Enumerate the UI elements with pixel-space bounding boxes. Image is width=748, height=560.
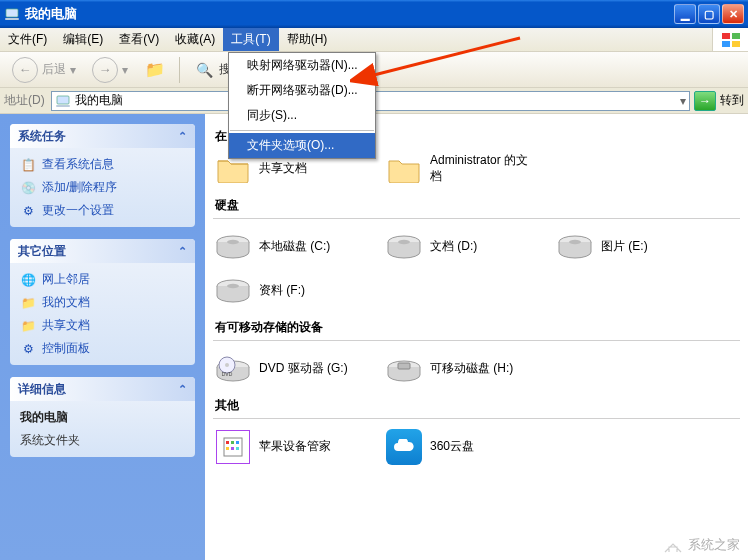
back-button[interactable]: ←后退▾ <box>6 55 82 85</box>
svg-rect-26 <box>231 441 234 444</box>
windows-logo <box>712 28 748 51</box>
dropdown-map-drive[interactable]: 映射网络驱动器(N)... <box>229 53 375 78</box>
hard-drive-icon <box>557 229 593 265</box>
svg-rect-23 <box>398 363 410 369</box>
collapse-icon: ⌃ <box>178 245 187 258</box>
folder-up-icon: 📁 <box>144 59 166 81</box>
watermark: 系统之家 <box>662 536 740 554</box>
computer-icon <box>55 93 71 109</box>
settings-icon: ⚙ <box>20 203 36 219</box>
drive-f[interactable]: 资料 (F:) <box>213 271 368 311</box>
menu-help[interactable]: 帮助(H) <box>279 28 336 51</box>
close-button[interactable]: ✕ <box>722 4 744 24</box>
svg-point-15 <box>569 240 581 244</box>
svg-point-11 <box>227 240 239 244</box>
app-360-cloud[interactable]: 360云盘 <box>384 427 539 467</box>
collapse-icon: ⌃ <box>178 130 187 143</box>
task-add-remove[interactable]: 💿添加/删除程序 <box>20 179 185 196</box>
cloud-app-icon <box>386 429 422 465</box>
svg-rect-4 <box>722 33 730 39</box>
dropdown-sync[interactable]: 同步(S)... <box>229 103 375 128</box>
back-arrow-icon: ← <box>12 57 38 83</box>
app-apple-device-manager[interactable]: 苹果设备管家 <box>213 427 368 467</box>
sidebar: 系统任务⌃ 📋查看系统信息 💿添加/删除程序 ⚙更改一个设置 其它位置⌃ 🌐网上… <box>0 114 205 560</box>
svg-point-20 <box>225 363 229 367</box>
svg-rect-2 <box>6 9 18 17</box>
forward-button[interactable]: →▾ <box>86 55 134 85</box>
drive-d[interactable]: 文档 (D:) <box>384 227 539 267</box>
hard-drive-icon <box>215 229 251 265</box>
section-label: 其他 <box>215 397 740 414</box>
task-change-setting[interactable]: ⚙更改一个设置 <box>20 202 185 219</box>
computer-icon <box>4 6 20 22</box>
add-remove-icon: 💿 <box>20 180 36 196</box>
panel-header[interactable]: 详细信息⌃ <box>10 377 195 401</box>
address-label: 地址(D) <box>4 92 45 109</box>
section-rule <box>213 340 740 341</box>
app-icon <box>215 429 251 465</box>
svg-rect-9 <box>56 105 70 107</box>
go-button[interactable]: → <box>694 91 716 111</box>
tools-dropdown: 映射网络驱动器(N)... 断开网络驱动器(D)... 同步(S)... 文件夹… <box>228 52 376 159</box>
forward-arrow-icon: → <box>92 57 118 83</box>
section-rule <box>213 418 740 419</box>
menu-tools[interactable]: 工具(T) <box>223 28 278 51</box>
section-rule <box>213 218 740 219</box>
menu-favorites[interactable]: 收藏(A) <box>167 28 223 51</box>
dropdown-folder-options[interactable]: 文件夹选项(O)... <box>229 133 375 158</box>
dvd-drive-icon: DVD <box>215 351 251 387</box>
place-network[interactable]: 🌐网上邻居 <box>20 271 185 288</box>
dvd-drive-g[interactable]: DVD DVD 驱动器 (G:) <box>213 349 368 389</box>
drive-e[interactable]: 图片 (E:) <box>555 227 710 267</box>
removable-drive-h[interactable]: 可移动磁盘 (H:) <box>384 349 539 389</box>
removable-drive-icon <box>386 351 422 387</box>
dropdown-separator <box>230 130 374 131</box>
svg-point-17 <box>227 284 239 288</box>
menubar: 文件(F) 编辑(E) 查看(V) 收藏(A) 工具(T) 帮助(H) <box>0 28 748 52</box>
drive-c[interactable]: 本地磁盘 (C:) <box>213 227 368 267</box>
dropdown-disconnect-drive[interactable]: 断开网络驱动器(D)... <box>229 78 375 103</box>
place-shared-docs[interactable]: 📁共享文档 <box>20 317 185 334</box>
back-label: 后退 <box>42 61 66 78</box>
svg-rect-7 <box>732 41 740 47</box>
folder-icon: 📁 <box>20 295 36 311</box>
svg-rect-6 <box>722 41 730 47</box>
go-label: 转到 <box>720 92 744 109</box>
svg-rect-25 <box>226 441 229 444</box>
up-button[interactable]: 📁 <box>138 57 172 83</box>
details-type: 系统文件夹 <box>20 432 185 449</box>
search-icon: 🔍 <box>193 59 215 81</box>
hard-drive-icon <box>215 273 251 309</box>
panel-details: 详细信息⌃ 我的电脑 系统文件夹 <box>10 377 195 457</box>
address-value: 我的电脑 <box>75 92 123 109</box>
maximize-button[interactable]: ▢ <box>698 4 720 24</box>
section-label: 硬盘 <box>215 197 740 214</box>
svg-point-13 <box>398 240 410 244</box>
minimize-button[interactable]: ▁ <box>674 4 696 24</box>
panel-header[interactable]: 其它位置⌃ <box>10 239 195 263</box>
place-my-documents[interactable]: 📁我的文档 <box>20 294 185 311</box>
menu-edit[interactable]: 编辑(E) <box>55 28 111 51</box>
panel-system-tasks: 系统任务⌃ 📋查看系统信息 💿添加/删除程序 ⚙更改一个设置 <box>10 124 195 227</box>
panel-header[interactable]: 系统任务⌃ <box>10 124 195 148</box>
svg-rect-8 <box>57 96 69 104</box>
titlebar: 我的电脑 ▁ ▢ ✕ <box>0 0 748 28</box>
network-icon: 🌐 <box>20 272 36 288</box>
menu-view[interactable]: 查看(V) <box>111 28 167 51</box>
main-pane: 在 共享文档 Administrator 的文档 硬盘 本地磁盘 (C:) 文档… <box>205 114 748 560</box>
folder-admin-documents[interactable]: Administrator 的文档 <box>384 149 539 189</box>
toolbar-separator <box>179 57 180 83</box>
folder-icon: 📁 <box>20 318 36 334</box>
hard-drive-icon <box>386 229 422 265</box>
section-label: 有可移动存储的设备 <box>215 319 740 336</box>
panel-other-places: 其它位置⌃ 🌐网上邻居 📁我的文档 📁共享文档 ⚙控制面板 <box>10 239 195 365</box>
svg-rect-3 <box>5 18 19 20</box>
svg-text:DVD: DVD <box>222 371 233 377</box>
svg-rect-27 <box>236 441 239 444</box>
menu-file[interactable]: 文件(F) <box>0 28 55 51</box>
place-control-panel[interactable]: ⚙控制面板 <box>20 340 185 357</box>
task-system-info[interactable]: 📋查看系统信息 <box>20 156 185 173</box>
svg-rect-5 <box>732 33 740 39</box>
svg-rect-29 <box>231 447 234 450</box>
chevron-down-icon[interactable]: ▾ <box>680 94 686 108</box>
